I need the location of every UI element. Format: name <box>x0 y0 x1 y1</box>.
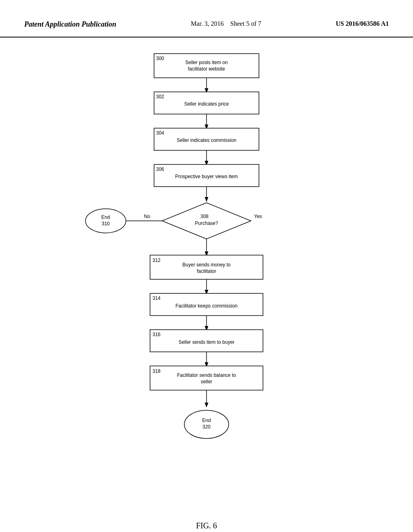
flowchart: 300 Seller posts item on facilitator web… <box>0 37 413 517</box>
header-center: Mar. 3, 2016 Sheet 5 of 7 <box>191 20 261 27</box>
node-318-text2: seller <box>201 379 213 384</box>
node-302-label: 302 <box>156 94 164 100</box>
node-320-text: End <box>202 418 211 423</box>
node-300-text2: facilitator website <box>188 66 225 72</box>
header: Patent Application Publication Mar. 3, 2… <box>0 0 413 37</box>
node-310-text: End <box>101 214 110 220</box>
node-308-label: 308 <box>200 214 209 219</box>
node-316-text: Seller sends item to buyer <box>179 339 235 345</box>
page: Patent Application Publication Mar. 3, 2… <box>0 0 413 532</box>
node-302-text: Seller indicates price <box>184 101 229 107</box>
flowchart-svg: 300 Seller posts item on facilitator web… <box>65 46 348 501</box>
patent-number: US 2016/063586 A1 <box>336 20 389 27</box>
node-308-text: Purchase? <box>195 220 218 226</box>
node-300-text: Seller posts item on <box>185 60 227 65</box>
node-300-label: 300 <box>156 56 164 61</box>
sheet-info: Sheet 5 of 7 <box>230 20 261 27</box>
node-314-text: Facilitator keeps commission <box>175 303 238 309</box>
node-306-text: Prospective buyer views item <box>175 174 238 179</box>
node-314-label: 314 <box>152 295 161 301</box>
node-320-label: 320 <box>202 424 211 430</box>
node-306-label: 306 <box>156 166 164 172</box>
patent-title: Patent Application Publication <box>24 20 116 29</box>
node-316-label: 316 <box>152 332 161 337</box>
node-310-label: 310 <box>102 221 110 227</box>
yes-label: Yes <box>254 214 262 219</box>
node-300 <box>154 54 259 78</box>
node-312-label: 312 <box>152 258 161 263</box>
node-312-text: Buyer sends money to <box>182 262 231 268</box>
figure-label: FIG. 6 <box>0 521 413 530</box>
node-304-label: 304 <box>156 130 164 136</box>
node-318-text: Facilitator sends balance to <box>177 372 236 378</box>
node-312-text2: facilitator <box>197 268 216 274</box>
publication-date: Mar. 3, 2016 <box>191 20 224 27</box>
node-318 <box>150 366 263 390</box>
node-318-label: 318 <box>152 368 161 374</box>
no-label: No <box>144 214 150 219</box>
node-304-text: Seller indicates commission <box>177 137 236 143</box>
